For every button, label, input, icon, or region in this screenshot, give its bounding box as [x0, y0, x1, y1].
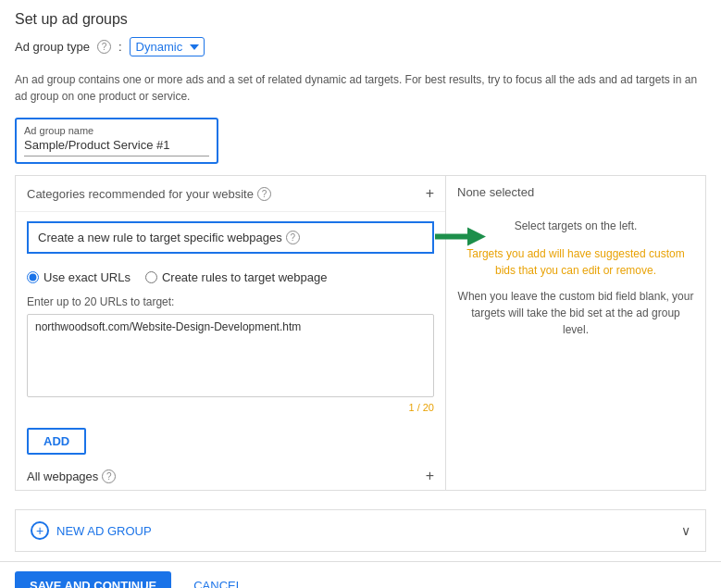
all-webpages-plus-icon[interactable]: + — [426, 468, 434, 484]
right-panel-yellow-note: Targets you add will have suggested cust… — [457, 245, 694, 279]
colon: : — [118, 40, 122, 54]
all-webpages-help-icon[interactable]: ? — [102, 469, 116, 483]
save-continue-button[interactable]: SAVE AND CONTINUE — [15, 571, 171, 588]
right-panel: None selected Select targets on the left… — [446, 176, 705, 490]
new-ad-group-label: NEW AD GROUP — [56, 524, 152, 538]
right-panel-info: When you leave the custom bid field blan… — [457, 288, 694, 338]
ad-group-name-input[interactable] — [24, 138, 209, 152]
svg-marker-0 — [435, 227, 486, 245]
new-ad-group-left: + NEW AD GROUP — [31, 521, 152, 540]
all-webpages-label: All webpages ? — [27, 469, 116, 483]
main-content: Categories recommended for your website … — [0, 175, 721, 500]
create-rule-text: Create a new rule to target specific web… — [38, 231, 300, 244]
ad-group-description: An ad group contains one or more ads and… — [0, 71, 721, 105]
url-input-label: Enter up to 20 URLs to target: — [27, 295, 434, 308]
ad-group-type-select[interactable]: Dynamic Standard — [130, 37, 205, 56]
ad-group-type-row: Ad group type ? : Dynamic Standard — [15, 37, 706, 56]
name-underline — [24, 156, 209, 156]
footer: SAVE AND CONTINUE CANCEL — [0, 561, 721, 588]
ad-group-type-help-icon[interactable]: ? — [97, 40, 111, 54]
right-panel-hint: Select targets on the left. — [457, 218, 694, 234]
right-panel-none-selected: None selected — [457, 185, 694, 199]
new-ad-group-bar[interactable]: + NEW AD GROUP ∨ — [15, 509, 706, 552]
add-btn-row: ADD — [16, 420, 445, 462]
new-ad-group-plus-icon: + — [31, 521, 49, 540]
page-title: Set up ad groups — [15, 11, 706, 28]
create-rule-box[interactable]: Create a new rule to target specific web… — [27, 221, 434, 254]
categories-header: Categories recommended for your website … — [16, 176, 445, 212]
arrow-indicator — [435, 226, 486, 249]
url-section: Enter up to 20 URLs to target: northwood… — [16, 292, 445, 420]
page-container: Set up ad groups Ad group type ? : Dynam… — [0, 0, 721, 588]
ad-group-name-box: Ad group name — [15, 118, 218, 164]
left-panel: Categories recommended for your website … — [16, 176, 446, 490]
create-rule-help-icon[interactable]: ? — [286, 231, 300, 244]
categories-plus-icon[interactable]: + — [426, 185, 434, 202]
radio-exact-urls[interactable]: Use exact URLs — [27, 270, 131, 284]
categories-help-icon[interactable]: ? — [257, 187, 271, 201]
add-button[interactable]: ADD — [27, 428, 86, 455]
radio-group: Use exact URLs Create rules to target we… — [16, 263, 445, 292]
url-count: 1 / 20 — [27, 400, 434, 413]
categories-title: Categories recommended for your website … — [27, 187, 271, 201]
cancel-button[interactable]: CANCEL — [182, 571, 254, 588]
ad-group-name-label: Ad group name — [24, 125, 209, 136]
targeting-panel: Categories recommended for your website … — [15, 175, 706, 491]
chevron-down-icon: ∨ — [681, 523, 690, 538]
radio-create-rules[interactable]: Create rules to target webpage — [145, 270, 328, 284]
url-textarea[interactable]: northwoodsoft.com/Website-Design-Develop… — [27, 314, 434, 397]
ad-group-name-section: Ad group name — [0, 118, 721, 175]
ad-group-type-label: Ad group type — [15, 40, 90, 54]
header: Set up ad groups Ad group type ? : Dynam… — [0, 0, 721, 71]
all-webpages-row: All webpages ? + — [16, 462, 445, 490]
